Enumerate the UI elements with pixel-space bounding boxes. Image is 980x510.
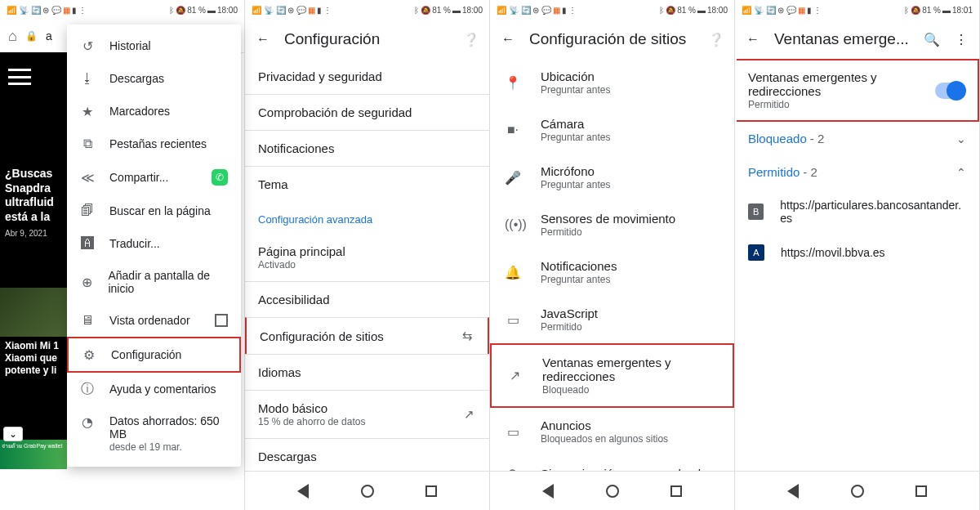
row-theme[interactable]: Tema xyxy=(245,166,489,202)
nav-back[interactable] xyxy=(297,484,309,499)
row-location[interactable]: 📍UbicaciónPreguntar antes xyxy=(490,59,734,106)
menu-label: Configuración xyxy=(111,348,181,361)
panel-site-settings: 📶 📡 🔄 ⊜ 💬▦▮⋮ ᛒ🔕81 %▬18:00 ← Configuració… xyxy=(490,0,735,510)
back-arrow-icon[interactable]: ← xyxy=(500,31,516,47)
back-arrow-icon[interactable]: ← xyxy=(745,31,761,47)
row-homepage[interactable]: Página principalActivado xyxy=(245,234,489,281)
menu-item-desktop-view[interactable]: 🖥Vista ordenador xyxy=(67,304,241,337)
popups-content: Ventanas emergentes y redireccionesPermi… xyxy=(735,59,979,471)
nav-recent[interactable] xyxy=(670,485,682,497)
menu-item-settings[interactable]: ⚙Configuración xyxy=(67,337,241,373)
android-nav-bar xyxy=(245,471,489,510)
menu-label: Compartir... xyxy=(109,171,168,184)
row-privacy[interactable]: Privacidad y seguridad xyxy=(245,59,489,94)
site-url: https://particulares.bancosantander.es xyxy=(780,199,966,225)
expand-chevron[interactable]: ⌄ xyxy=(3,427,23,441)
nav-home[interactable] xyxy=(361,485,374,498)
menu-item-history[interactable]: ↺Historial xyxy=(67,29,241,62)
menu-item-recent-tabs[interactable]: ⧉Pestañas recientes xyxy=(67,128,241,160)
search-in-page-icon: 🗐 xyxy=(80,204,95,218)
row-background-sync[interactable]: ⟳Sincronización en segundo plano xyxy=(490,455,734,471)
menu-item-help[interactable]: ⓘAyuda y comentarios xyxy=(67,373,241,405)
menu-item-data-savings[interactable]: ◔Datos ahorrados: 650 MBdesde el 19 mar. xyxy=(67,405,241,462)
whatsapp-icon[interactable]: ✆ xyxy=(212,169,228,186)
allowed-site-santander[interactable]: Bhttps://particulares.bancosantander.es xyxy=(735,189,979,235)
ad-banner[interactable]: จ่ายด้วย GrabPay wallet xyxy=(0,440,67,469)
blocked-section[interactable]: Bloqueado - 2⌄ xyxy=(735,122,979,155)
menu-item-bookmarks[interactable]: ★Marcadores xyxy=(67,95,241,128)
menu-label: Pestañas recientes xyxy=(109,137,207,150)
row-security-check[interactable]: Comprobación de seguridad xyxy=(245,94,489,130)
nav-back[interactable] xyxy=(542,484,554,499)
row-microphone[interactable]: 🎤MicrófonoPreguntar antes xyxy=(490,154,734,201)
menu-label: Buscar en la página xyxy=(109,204,211,217)
status-time: 18:00 xyxy=(217,6,238,15)
help-circle-icon[interactable]: ❔ xyxy=(708,31,724,47)
allowed-site-bbva[interactable]: Ahttps://movil.bbva.es xyxy=(735,235,979,271)
row-ads[interactable]: ▭AnunciosBloqueados en algunos sitios xyxy=(490,408,734,455)
nav-back[interactable] xyxy=(787,484,799,499)
nav-home[interactable] xyxy=(606,485,619,498)
browser-overflow-menu: ↺Historial ⭳Descargas ★Marcadores ⧉Pesta… xyxy=(67,25,241,467)
battery-percent: 81 % xyxy=(187,6,206,15)
nav-home[interactable] xyxy=(851,485,864,498)
menu-item-translate[interactable]: 🅰Traducir... xyxy=(67,227,241,260)
nav-recent[interactable] xyxy=(915,485,927,497)
share-icon: ≪ xyxy=(80,170,95,185)
row-site-settings[interactable]: Configuración de sitios⇆ xyxy=(245,317,489,354)
status-bar: 📶 📡 🔄 ⊜ 💬▦▮⋮ ᛒ🔕81 %▬18:00 xyxy=(0,0,244,20)
menu-label: Descargas xyxy=(109,72,164,85)
row-motion-sensors[interactable]: ((•))Sensores de movimientoPermitido xyxy=(490,201,734,248)
more-icon[interactable]: ⋮ xyxy=(953,31,969,47)
menu-item-downloads[interactable]: ⭳Descargas xyxy=(67,62,241,95)
url-text[interactable]: a xyxy=(46,29,52,42)
menu-item-add-to-home[interactable]: ⊕Añadir a pantalla de inicio xyxy=(67,260,241,304)
popups-toggle[interactable] xyxy=(935,83,964,99)
add-home-icon: ⊕ xyxy=(80,275,93,289)
article-card[interactable]: ¿Buscas Snapdra ultrafluid está a la Abr… xyxy=(0,163,67,243)
allowed-section[interactable]: Permitido - 2⌃ xyxy=(735,155,979,189)
row-downloads[interactable]: Descargas xyxy=(245,438,489,471)
row-javascript[interactable]: ▭JavaScriptPermitido xyxy=(490,296,734,343)
row-notifications[interactable]: Notificaciones xyxy=(245,130,489,166)
chevron-down-icon: ⌄ xyxy=(956,132,966,145)
status-icon-orange: ▦ xyxy=(63,6,70,15)
status-bar: 📶 📡 🔄 ⊜ 💬▦▮⋮ ᛒ🔕81 %▬18:01 xyxy=(735,0,979,20)
row-popups[interactable]: ↗Ventanas emergentes y redireccionesBloq… xyxy=(490,343,734,408)
menu-item-find[interactable]: 🗐Buscar en la página xyxy=(67,195,241,227)
page-title: Configuración xyxy=(284,30,450,48)
row-notifications[interactable]: 🔔NotificacionesPreguntar antes xyxy=(490,248,734,296)
gear-icon: ⚙ xyxy=(82,347,96,362)
page-title: Configuración de sitios xyxy=(529,30,695,48)
star-icon: ★ xyxy=(80,104,95,119)
download-icon: ⭳ xyxy=(80,71,95,86)
nav-recent[interactable] xyxy=(425,485,437,497)
popups-master-toggle-row[interactable]: Ventanas emergentes y redireccionesPermi… xyxy=(737,59,979,122)
hamburger-icon[interactable] xyxy=(8,69,31,85)
menu-sublabel: desde el 19 mar. xyxy=(109,441,182,453)
mute-icon: 🔕 xyxy=(176,6,185,15)
row-languages[interactable]: Idiomas xyxy=(245,354,489,390)
bell-icon: 🔔 xyxy=(505,265,521,280)
search-icon[interactable]: 🔍 xyxy=(924,31,940,47)
help-icon: ⓘ xyxy=(80,382,95,396)
help-circle-icon[interactable]: ❔ xyxy=(463,31,479,47)
status-icon-dots: ⋮ xyxy=(78,6,87,15)
back-arrow-icon[interactable]: ← xyxy=(255,31,271,47)
android-nav-bar xyxy=(735,471,979,510)
desktop-checkbox[interactable] xyxy=(215,314,228,327)
home-icon[interactable]: ⌂ xyxy=(8,28,17,45)
row-camera[interactable]: ■·CámaraPreguntar antes xyxy=(490,106,734,154)
row-accessibility[interactable]: Accesibilidad xyxy=(245,281,489,317)
open-external-icon: ↗ xyxy=(461,407,476,422)
motion-icon: ((•)) xyxy=(505,217,521,232)
row-lite-mode[interactable]: Modo básico15 % de ahorro de datos↗ xyxy=(245,390,489,438)
settings-header: ← Configuración ❔ xyxy=(245,20,489,59)
article-date: Abr 9, 2021 xyxy=(5,229,62,239)
menu-item-share[interactable]: ≪Compartir...✆ xyxy=(67,160,241,195)
microphone-icon: 🎤 xyxy=(505,170,521,186)
toggle-title: Ventanas emergentes y redirecciones xyxy=(748,70,925,98)
article-card-xiaomi[interactable]: Xiaomi Mi 1 Xiaomi que potente y li xyxy=(0,337,67,380)
site-settings-header: ← Configuración de sitios ❔ xyxy=(490,20,734,59)
menu-label: Datos ahorrados: 650 MB xyxy=(109,414,228,441)
